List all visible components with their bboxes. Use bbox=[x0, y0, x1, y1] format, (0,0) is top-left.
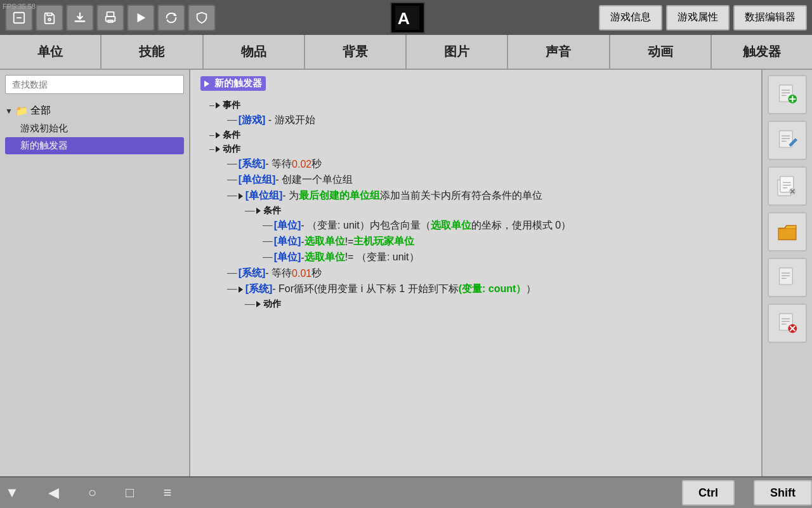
toolbar-btn-refresh[interactable] bbox=[157, 4, 185, 31]
bottom-bar: ▼ ◀ ○ □ ≡ Ctrl Shift bbox=[0, 476, 812, 508]
edit-trigger-button[interactable] bbox=[768, 121, 807, 160]
tab-images[interactable]: 图片 bbox=[407, 35, 508, 69]
main-area: ▼ 📁 全部 游戏初始化 新的触发器 新的触发器 ─ 事件 bbox=[0, 70, 812, 476]
left-panel: ▼ 📁 全部 游戏初始化 新的触发器 bbox=[0, 70, 190, 476]
tree-item-game-init[interactable]: 游戏初始化 bbox=[5, 120, 184, 137]
action-section: ─ 动作 ── [系统] - 等待 0.02 秒 ── [单位组] bbox=[209, 142, 755, 311]
action-line-2[interactable]: ── [单位组] - 创建一个单位组 bbox=[227, 172, 755, 188]
action-content: ── [系统] - 等待 0.02 秒 ── [单位组] - 创建一个单位组 ─… bbox=[227, 156, 755, 311]
action-line-3[interactable]: ── [单位组] - 为 最后创建的单位组 添加当前关卡内所有符合条件的单位 bbox=[227, 188, 755, 204]
condition-arrow bbox=[216, 132, 220, 138]
action-line-5[interactable]: ── [系统] - For循环(使用变量 i 从下标 1 开始到下标 (变量: … bbox=[227, 281, 755, 297]
action-line-4[interactable]: ── [系统] - 等待 0.01 秒 bbox=[227, 265, 755, 281]
toolbar-btn-shield[interactable] bbox=[188, 4, 216, 31]
fps-label: FPS:35.58 bbox=[3, 3, 36, 10]
tabbar: 单位 技能 物品 背景 图片 声音 动画 触发器 bbox=[0, 35, 812, 70]
toolbar: A 游戏信息 游戏属性 数据编辑器 bbox=[0, 0, 812, 35]
svg-rect-4 bbox=[106, 17, 115, 21]
bottom-back-arrow[interactable]: ◀ bbox=[43, 482, 64, 504]
sub-condition: ── 条件 ── [单位] - （变量: unit）内包含向量（ 选取单位 bbox=[245, 204, 755, 265]
ctrl-button[interactable]: Ctrl bbox=[682, 480, 735, 505]
app-logo: A bbox=[390, 2, 425, 34]
condition-section: ─ 条件 bbox=[209, 128, 755, 142]
tree-root-all[interactable]: ▼ 📁 全部 bbox=[5, 102, 184, 120]
trigger-title: 新的触发器 bbox=[200, 76, 266, 91]
event-line[interactable]: [游戏] - 游戏开始 bbox=[239, 114, 315, 127]
copy-trigger-button[interactable] bbox=[768, 166, 807, 206]
tab-background[interactable]: 背景 bbox=[305, 35, 407, 69]
action-line-3-container: ── [单位组] - 为 最后创建的单位组 添加当前关卡内所有符合条件的单位 ─… bbox=[227, 188, 755, 265]
bottom-menu[interactable]: ≡ bbox=[158, 482, 176, 504]
add-trigger-button[interactable] bbox=[768, 75, 807, 114]
paste-button[interactable] bbox=[768, 212, 807, 251]
tab-animation[interactable]: 动画 bbox=[610, 35, 712, 69]
game-info-button[interactable]: 游戏信息 bbox=[599, 5, 662, 30]
sub-cond-3[interactable]: ── [单位] - 选取单位 != （变量: unit） bbox=[263, 250, 755, 265]
sub-condition-content: ── [单位] - （变量: unit）内包含向量（ 选取单位 的坐标，使用模式… bbox=[263, 218, 755, 265]
delete-trigger-button[interactable] bbox=[768, 304, 807, 343]
action-label: 动作 bbox=[223, 144, 240, 155]
svg-point-2 bbox=[48, 18, 51, 20]
event-section: ─ 事件 ── [游戏] - 游戏开始 bbox=[209, 98, 755, 128]
tab-units[interactable]: 单位 bbox=[0, 35, 102, 69]
shift-button[interactable]: Shift bbox=[754, 480, 812, 505]
tab-items[interactable]: 物品 bbox=[204, 35, 305, 69]
tab-skills[interactable]: 技能 bbox=[102, 35, 203, 69]
blank-doc-button[interactable] bbox=[768, 258, 807, 297]
game-props-button[interactable]: 游戏属性 bbox=[666, 5, 730, 30]
tree-collapse-arrow: ▼ bbox=[5, 107, 13, 116]
condition-label: 条件 bbox=[223, 130, 240, 141]
tab-sound[interactable]: 声音 bbox=[508, 35, 610, 69]
center-panel[interactable]: 新的触发器 ─ 事件 ── [游戏] - 游戏开始 bbox=[190, 70, 761, 476]
folder-icon: 📁 bbox=[15, 105, 28, 117]
bottom-down-arrow[interactable]: ▼ bbox=[0, 482, 24, 504]
action-arrow bbox=[216, 146, 220, 152]
toolbar-btn-print[interactable] bbox=[96, 4, 124, 31]
event-label: 事件 bbox=[223, 100, 240, 111]
bottom-home[interactable]: ○ bbox=[83, 482, 102, 504]
tree-root-label: 全部 bbox=[30, 104, 51, 117]
action-line-1[interactable]: ── [系统] - 等待 0.02 秒 bbox=[227, 156, 755, 172]
event-arrow bbox=[216, 102, 220, 109]
svg-rect-3 bbox=[107, 11, 114, 16]
tree-item-new-trigger[interactable]: 新的触发器 bbox=[5, 137, 184, 154]
toolbar-btn-play[interactable] bbox=[127, 4, 155, 31]
bottom-square[interactable]: □ bbox=[121, 482, 139, 504]
tab-trigger[interactable]: 触发器 bbox=[712, 35, 812, 69]
svg-text:A: A bbox=[398, 8, 410, 27]
svg-rect-26 bbox=[780, 268, 793, 284]
right-panel bbox=[761, 70, 812, 476]
action-line-5-container: ── [系统] - For循环(使用变量 i 从下标 1 开始到下标 (变量: … bbox=[227, 281, 755, 311]
data-editor-button[interactable]: 数据编辑器 bbox=[733, 5, 807, 30]
search-input[interactable] bbox=[5, 75, 184, 94]
sub-cond-2[interactable]: ── [单位] - 选取单位 != 主机玩家单位 bbox=[263, 234, 755, 250]
event-content: ── [游戏] - 游戏开始 bbox=[227, 112, 755, 128]
tree-nav: ▼ 📁 全部 游戏初始化 新的触发器 bbox=[0, 99, 189, 476]
toolbar-btn-download[interactable] bbox=[66, 4, 94, 31]
sub-cond-1[interactable]: ── [单位] - （变量: unit）内包含向量（ 选取单位 的坐标，使用模式… bbox=[263, 218, 755, 234]
for-sub-actions: ── 动作 bbox=[245, 297, 755, 311]
svg-marker-5 bbox=[138, 13, 146, 22]
toolbar-btn-save[interactable] bbox=[36, 4, 63, 31]
